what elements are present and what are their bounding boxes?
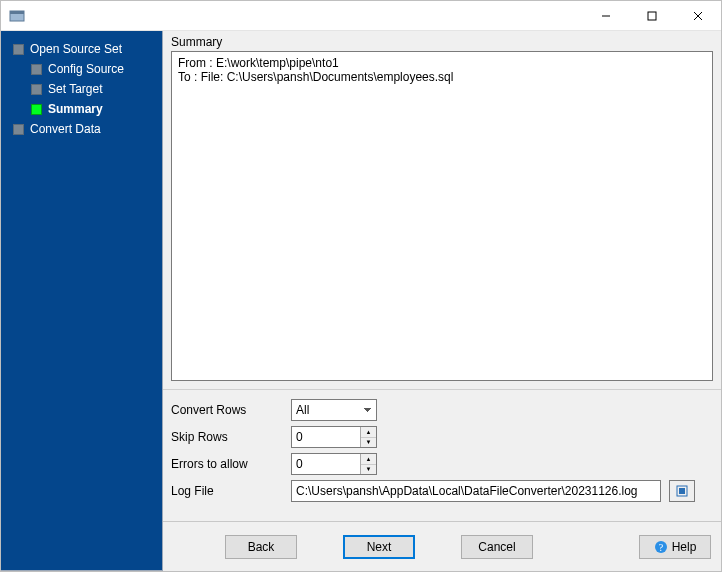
app-icon (9, 8, 25, 24)
maximize-button[interactable] (629, 1, 675, 30)
skip-rows-input[interactable] (292, 427, 360, 447)
help-button[interactable]: ? Help (639, 535, 711, 559)
step-marker-icon (31, 64, 42, 75)
options-form: Convert Rows All Skip Rows ▲ ▼ (163, 389, 721, 521)
spinner-down-icon[interactable]: ▼ (361, 438, 376, 448)
step-label: Summary (48, 102, 103, 116)
step-label: Open Source Set (30, 42, 122, 56)
skip-rows-label: Skip Rows (171, 430, 291, 444)
step-label: Set Target (48, 82, 102, 96)
svg-rect-7 (679, 488, 685, 494)
step-marker-icon (13, 44, 24, 55)
step-set-target[interactable]: Set Target (1, 79, 162, 99)
step-convert-data[interactable]: Convert Data (1, 119, 162, 139)
step-label: Convert Data (30, 122, 101, 136)
browse-log-button[interactable] (669, 480, 695, 502)
spinner-down-icon[interactable]: ▼ (361, 465, 376, 475)
spinner-up-icon[interactable]: ▲ (361, 427, 376, 438)
main-panel: Summary From : E:\work\temp\pipe\nto1 To… (163, 31, 721, 571)
cancel-button[interactable]: Cancel (461, 535, 533, 559)
summary-line: To : File: C:\Users\pansh\Documents\empl… (178, 70, 453, 84)
summary-textarea[interactable]: From : E:\work\temp\pipe\nto1 To : File:… (171, 51, 713, 381)
close-button[interactable] (675, 1, 721, 30)
step-summary[interactable]: Summary (1, 99, 162, 119)
app-window: Open Source Set Config Source Set Target… (0, 0, 722, 572)
step-label: Config Source (48, 62, 124, 76)
browse-icon (675, 484, 689, 498)
skip-rows-spinner[interactable]: ▲ ▼ (291, 426, 377, 448)
svg-rect-3 (648, 12, 656, 20)
summary-line: From : E:\work\temp\pipe\nto1 (178, 56, 339, 70)
step-marker-icon (13, 124, 24, 135)
log-file-label: Log File (171, 484, 291, 498)
back-button[interactable]: Back (225, 535, 297, 559)
step-marker-icon (31, 84, 42, 95)
step-open-source-set[interactable]: Open Source Set (1, 39, 162, 59)
errors-allow-input[interactable] (292, 454, 360, 474)
errors-allow-spinner[interactable]: ▲ ▼ (291, 453, 377, 475)
convert-rows-select[interactable]: All (291, 399, 377, 421)
spinner-up-icon[interactable]: ▲ (361, 454, 376, 465)
help-icon: ? (654, 540, 668, 554)
summary-heading: Summary (163, 31, 721, 51)
svg-rect-1 (10, 11, 24, 14)
titlebar (1, 1, 721, 31)
convert-rows-label: Convert Rows (171, 403, 291, 417)
next-button[interactable]: Next (343, 535, 415, 559)
step-config-source[interactable]: Config Source (1, 59, 162, 79)
minimize-button[interactable] (583, 1, 629, 30)
step-marker-icon (31, 104, 42, 115)
wizard-steps-sidebar: Open Source Set Config Source Set Target… (1, 31, 163, 571)
wizard-button-bar: Back Next Cancel ? Help (163, 521, 721, 571)
errors-allow-label: Errors to allow (171, 457, 291, 471)
log-file-input[interactable] (291, 480, 661, 502)
svg-text:?: ? (658, 542, 663, 553)
